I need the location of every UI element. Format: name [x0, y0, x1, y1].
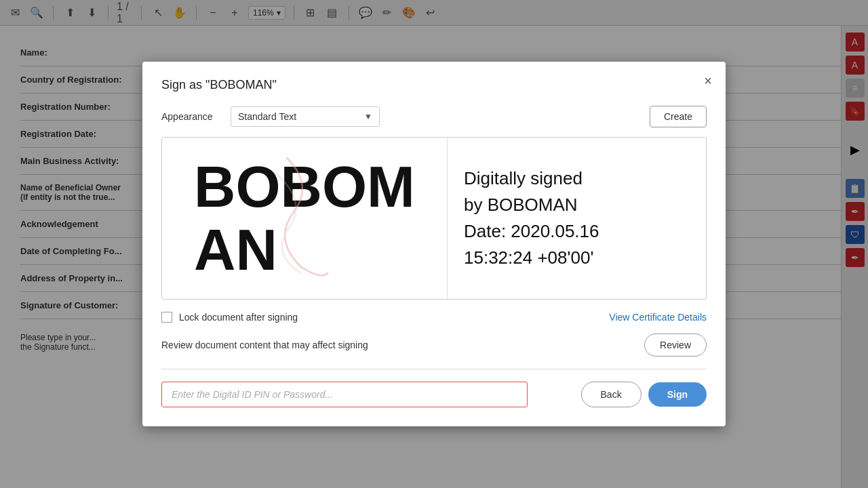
appearance-value: Standard Text [238, 111, 296, 122]
signature-stroke [233, 144, 341, 280]
sig-info-line2: by BOBOMAN [464, 195, 578, 215]
signature-name-large: BOBOMAN [162, 138, 447, 299]
lock-left: Lock document after signing [161, 312, 298, 323]
lock-row: Lock document after signing View Certifi… [161, 312, 707, 323]
appearance-label: Appearance [161, 111, 222, 122]
signature-info: Digitally signed by BOBOMAN Date: 2020.0… [447, 138, 706, 299]
review-text: Review document content that may affect … [161, 340, 368, 350]
close-button[interactable]: × [704, 74, 712, 87]
appearance-dropdown[interactable]: Standard Text ▼ [231, 106, 380, 127]
lock-checkbox[interactable] [161, 312, 172, 323]
create-button[interactable]: Create [650, 106, 707, 127]
chevron-down-icon: ▼ [364, 112, 372, 121]
sig-info-line3: Date: 2020.05.16 [464, 221, 599, 241]
modal-overlay: × Sign as "BOBOMAN" Appearance Standard … [0, 0, 868, 488]
review-row: Review document content that may affect … [161, 333, 707, 357]
sign-dialog: × Sign as "BOBOMAN" Appearance Standard … [142, 62, 726, 426]
review-button[interactable]: Review [644, 333, 707, 357]
pin-input[interactable] [161, 382, 528, 407]
signature-preview: BOBOMAN Digitally signed by BOBOMAN Date… [161, 137, 707, 300]
view-certificate-link[interactable]: View Certificate Details [609, 312, 707, 323]
sig-info-line4: 15:32:24 +08'00' [464, 247, 593, 268]
appearance-row: Appearance Standard Text ▼ Create [161, 106, 707, 127]
dialog-divider [161, 369, 707, 369]
back-button[interactable]: Back [581, 382, 642, 407]
action-buttons: Back Sign [581, 382, 707, 407]
lock-label: Lock document after signing [179, 312, 298, 323]
dialog-title: Sign as "BOBOMAN" [161, 78, 707, 92]
sig-info-line1: Digitally signed [464, 168, 583, 188]
sign-button[interactable]: Sign [648, 382, 707, 407]
pin-row: Back Sign [161, 382, 707, 407]
